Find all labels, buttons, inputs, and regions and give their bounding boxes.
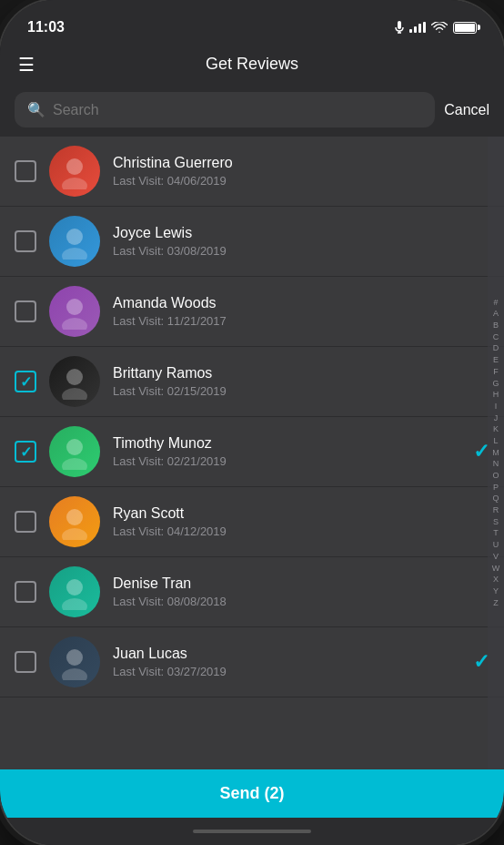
alpha-letter[interactable]: P <box>493 483 499 494</box>
contact-last-visit: Last Visit: 08/08/2018 <box>113 595 489 608</box>
contact-info: Timothy MunozLast Visit: 02/21/2019 <box>113 435 460 468</box>
alpha-letter[interactable]: T <box>493 528 499 539</box>
checkbox[interactable] <box>15 581 36 603</box>
phone-shell: 11:03 <box>0 0 504 845</box>
list-item[interactable]: Denise TranLast Visit: 08/08/2018 <box>0 557 504 627</box>
alpha-letter[interactable]: X <box>493 575 499 585</box>
checkbox[interactable] <box>15 371 36 392</box>
avatar <box>49 496 100 547</box>
svg-point-5 <box>66 229 83 245</box>
alpha-letter[interactable]: C <box>493 332 499 343</box>
contact-name: Amanda Woods <box>113 295 489 311</box>
list-item[interactable]: Amanda WoodsLast Visit: 11/21/2017 <box>0 277 504 347</box>
send-button-label: Send (2) <box>219 784 284 802</box>
svg-point-11 <box>66 439 83 455</box>
cancel-button[interactable]: Cancel <box>444 102 489 118</box>
contact-last-visit: Last Visit: 02/21/2019 <box>113 454 460 468</box>
svg-point-14 <box>62 528 87 540</box>
alpha-letter[interactable]: Y <box>493 586 499 597</box>
alpha-letter[interactable]: A <box>493 309 499 320</box>
alpha-letter[interactable]: I <box>495 402 498 412</box>
list-item[interactable]: Christina GuerreroLast Visit: 04/06/2019 <box>0 137 504 207</box>
avatar <box>49 286 100 337</box>
svg-point-17 <box>66 649 83 666</box>
list-item[interactable]: Timothy MunozLast Visit: 02/21/2019✓ <box>0 417 504 487</box>
list-item[interactable]: Ryan ScottLast Visit: 04/12/2019 <box>0 487 504 557</box>
contact-name: Ryan Scott <box>113 505 489 522</box>
contact-last-visit: Last Visit: 04/12/2019 <box>113 524 489 538</box>
status-bar: 11:03 <box>0 0 504 46</box>
alpha-letter[interactable]: M <box>492 448 499 459</box>
svg-point-10 <box>62 388 87 400</box>
mic-icon <box>395 21 404 34</box>
contact-info: Juan LucasLast Visit: 03/27/2019 <box>113 646 460 678</box>
list-item[interactable]: Juan LucasLast Visit: 03/27/2019✓ <box>0 627 504 697</box>
contact-name: Denise Tran <box>113 575 489 592</box>
contact-name: Christina Guerrero <box>113 155 489 171</box>
contact-name: Joyce Lewis <box>113 225 489 241</box>
alpha-letter[interactable]: F <box>493 367 499 378</box>
svg-point-6 <box>62 248 87 260</box>
search-input[interactable] <box>53 102 422 118</box>
alpha-letter[interactable]: O <box>492 471 499 482</box>
alpha-letter[interactable]: V <box>493 552 499 563</box>
svg-point-9 <box>66 369 83 385</box>
search-input-wrapper: 🔍 <box>15 92 435 127</box>
checkbox[interactable] <box>15 441 36 463</box>
alpha-letter[interactable]: K <box>493 424 499 435</box>
contact-last-visit: Last Visit: 03/08/2019 <box>113 244 489 258</box>
contact-last-visit: Last Visit: 03/27/2019 <box>113 665 460 678</box>
hamburger-icon[interactable]: ☰ <box>18 54 35 76</box>
list-item[interactable]: Brittany RamosLast Visit: 02/15/2019 <box>0 347 504 417</box>
alpha-letter[interactable]: L <box>493 436 498 447</box>
alpha-letter[interactable]: S <box>493 517 499 528</box>
alpha-letter[interactable]: # <box>493 298 498 309</box>
svg-point-16 <box>62 598 87 610</box>
alpha-index: #ABCDEFGHIJKLMNOPQRSTUVWXYZ <box>488 137 504 769</box>
battery-icon <box>453 22 477 34</box>
home-indicator <box>0 818 504 845</box>
contact-last-visit: Last Visit: 02/15/2019 <box>113 384 489 398</box>
alpha-letter[interactable]: U <box>493 540 499 551</box>
contact-info: Brittany RamosLast Visit: 02/15/2019 <box>113 365 489 398</box>
alpha-letter[interactable]: Q <box>492 494 499 504</box>
contact-last-visit: Last Visit: 04/06/2019 <box>113 174 489 188</box>
alpha-letter[interactable]: N <box>493 459 499 470</box>
checkbox[interactable] <box>15 300 36 322</box>
contact-list: Christina GuerreroLast Visit: 04/06/2019… <box>0 137 504 769</box>
svg-point-18 <box>62 668 87 680</box>
contact-info: Denise TranLast Visit: 08/08/2018 <box>113 575 489 608</box>
alpha-letter[interactable]: R <box>493 505 499 516</box>
alpha-letter[interactable]: E <box>493 355 499 366</box>
alpha-letter[interactable]: W <box>492 564 500 575</box>
signal-bars <box>409 22 426 33</box>
svg-point-12 <box>62 458 87 470</box>
contact-name: Juan Lucas <box>113 646 460 662</box>
alpha-letter[interactable]: G <box>492 379 499 390</box>
alpha-letter[interactable]: Z <box>493 598 499 609</box>
avatar <box>49 636 100 687</box>
contact-info: Joyce LewisLast Visit: 03/08/2019 <box>113 225 489 258</box>
avatar <box>49 216 100 267</box>
checkbox[interactable] <box>15 651 36 673</box>
alpha-letter[interactable]: J <box>494 413 499 424</box>
alpha-letter[interactable]: H <box>493 390 499 401</box>
checkbox[interactable] <box>15 230 36 252</box>
alpha-letter[interactable]: D <box>493 343 499 354</box>
checkbox[interactable] <box>15 511 36 533</box>
contact-info: Ryan ScottLast Visit: 04/12/2019 <box>113 505 489 538</box>
svg-point-13 <box>66 509 83 525</box>
svg-point-7 <box>66 299 83 315</box>
svg-rect-0 <box>398 21 401 29</box>
avatar <box>49 426 100 477</box>
search-bar-container: 🔍 Cancel <box>0 85 504 137</box>
list-item[interactable]: Joyce LewisLast Visit: 03/08/2019 <box>0 207 504 277</box>
alpha-letter[interactable]: B <box>493 321 499 331</box>
contact-info: Christina GuerreroLast Visit: 04/06/2019 <box>113 155 489 188</box>
contact-name: Timothy Munoz <box>113 435 460 452</box>
avatar <box>49 356 100 407</box>
svg-point-15 <box>66 579 83 596</box>
send-button[interactable]: Send (2) <box>0 769 504 818</box>
checkbox[interactable] <box>15 160 36 182</box>
svg-point-3 <box>66 158 83 175</box>
